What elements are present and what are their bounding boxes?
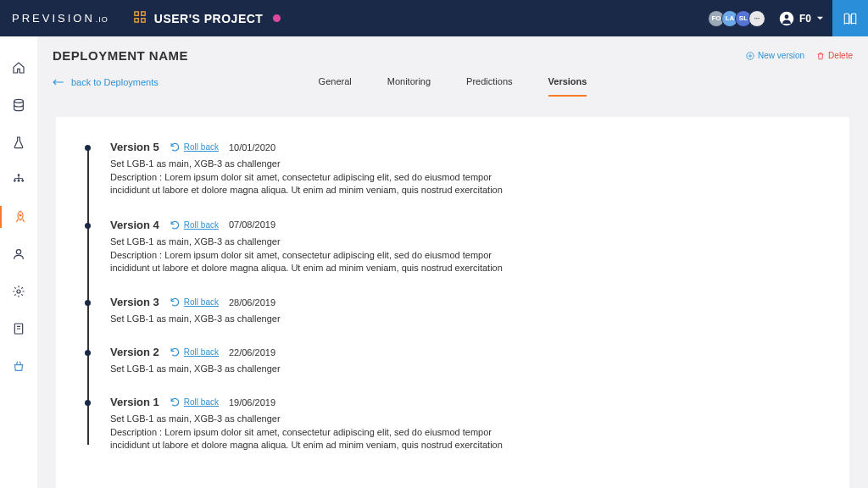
status-dot-icon xyxy=(273,14,281,22)
top-right: FOLASL··· F0 xyxy=(708,0,868,36)
rollback-button[interactable]: Roll back xyxy=(170,347,219,358)
top-nav: PREVISION.IO USER'S PROJECT FOLASL··· F0 xyxy=(0,0,868,36)
versions-card: Version 5Roll back10/01/2020Set LGB-1 as… xyxy=(56,117,849,488)
svg-point-9 xyxy=(18,180,20,182)
delete-button[interactable]: Delete xyxy=(816,51,853,60)
delete-label: Delete xyxy=(828,51,853,60)
tabs: GeneralMonitoringPredictionsVersions xyxy=(53,76,853,97)
version-item: Version 2Roll back22/06/2019Set LGB-1 as… xyxy=(85,346,827,374)
undo-icon xyxy=(170,219,181,230)
timeline-dot-icon xyxy=(85,350,91,356)
header-actions: New version Delete xyxy=(746,51,853,60)
version-header: Version 4Roll back07/08/2019 xyxy=(110,219,827,231)
tab-general[interactable]: General xyxy=(319,76,352,97)
brand-sub: .IO xyxy=(96,15,108,24)
sidebar-reports[interactable] xyxy=(0,318,37,340)
timeline-dot-icon xyxy=(85,400,91,406)
version-date: 28/06/2019 xyxy=(229,297,275,308)
timeline-dot-icon xyxy=(85,223,91,229)
project-selector[interactable]: USER'S PROJECT xyxy=(134,11,281,26)
rollback-button[interactable]: Roll back xyxy=(170,297,219,308)
version-summary: Set LGB-1 as main, XGB-3 as challenger xyxy=(110,236,827,247)
rollback-label: Roll back xyxy=(184,347,219,357)
main-content: DEPLOYMENT NAME New version Delete back … xyxy=(37,36,868,488)
sidebar-users[interactable] xyxy=(0,243,37,265)
timeline-dot-icon xyxy=(85,145,91,151)
help-button[interactable] xyxy=(832,0,868,36)
tab-versions[interactable]: Versions xyxy=(548,76,587,97)
version-date: 22/06/2019 xyxy=(229,347,275,358)
grid-icon xyxy=(134,11,146,26)
version-title: Version 2 xyxy=(110,346,159,358)
svg-point-10 xyxy=(21,180,24,182)
timeline: Version 5Roll back10/01/2020Set LGB-1 as… xyxy=(78,141,827,452)
version-description: Description : Lorem ipsum dolor sit amet… xyxy=(110,249,509,274)
tab-monitoring[interactable]: Monitoring xyxy=(387,76,431,97)
book-icon xyxy=(843,11,858,26)
tree-icon xyxy=(12,173,25,186)
collaborators[interactable]: FOLASL··· xyxy=(708,10,765,27)
version-summary: Set LGB-1 as main, XGB-3 as challenger xyxy=(110,313,827,324)
svg-rect-0 xyxy=(135,11,138,14)
arrow-left-icon xyxy=(53,78,64,86)
brand-main: PREVISION xyxy=(12,12,95,25)
trash-icon xyxy=(816,52,825,60)
book-icon xyxy=(12,322,25,336)
svg-point-7 xyxy=(18,174,20,176)
plus-circle-icon xyxy=(746,52,754,60)
undo-icon xyxy=(170,396,181,408)
version-header: Version 2Roll back22/06/2019 xyxy=(110,346,827,358)
rollback-label: Roll back xyxy=(184,297,219,307)
rocket-icon xyxy=(14,210,27,224)
avatar[interactable]: ··· xyxy=(748,10,765,27)
new-version-button[interactable]: New version xyxy=(746,51,804,60)
tab-predictions[interactable]: Predictions xyxy=(466,76,512,97)
chevron-down-icon xyxy=(816,14,824,22)
flask-icon xyxy=(12,136,25,149)
version-summary: Set LGB-1 as main, XGB-3 as challenger xyxy=(110,158,827,169)
version-description: Description : Lorem ipsum dolor sit amet… xyxy=(110,426,509,452)
svg-point-5 xyxy=(785,14,789,19)
user-icon xyxy=(779,11,794,26)
sidebar-deployments[interactable] xyxy=(0,206,36,228)
version-description: Description : Lorem ipsum dolor sit amet… xyxy=(110,171,509,197)
gear-icon xyxy=(12,285,25,298)
sidebar xyxy=(0,36,37,488)
version-item: Version 5Roll back10/01/2020Set LGB-1 as… xyxy=(85,141,827,197)
version-header: Version 3Roll back28/06/2019 xyxy=(110,296,827,308)
version-title: Version 3 xyxy=(110,296,159,308)
svg-point-12 xyxy=(16,250,20,254)
version-title: Version 5 xyxy=(110,141,159,153)
version-item: Version 1Roll back19/06/2019Set LGB-1 as… xyxy=(85,396,827,452)
user-icon xyxy=(12,247,25,261)
undo-icon xyxy=(170,141,181,152)
sidebar-home[interactable] xyxy=(0,57,37,79)
database-icon xyxy=(12,98,25,112)
svg-point-13 xyxy=(17,290,20,293)
user-label: F0 xyxy=(799,13,811,25)
user-menu[interactable]: F0 xyxy=(779,11,824,26)
undo-icon xyxy=(170,347,181,358)
svg-point-8 xyxy=(14,180,16,182)
back-link[interactable]: back to Deployments xyxy=(53,77,159,87)
svg-point-11 xyxy=(19,214,21,216)
sidebar-data[interactable] xyxy=(0,94,37,116)
sidebar-pipelines[interactable] xyxy=(0,169,37,191)
rollback-button[interactable]: Roll back xyxy=(170,396,219,408)
sidebar-experiments[interactable] xyxy=(0,131,37,153)
rollback-button[interactable]: Roll back xyxy=(170,219,219,230)
brand-logo[interactable]: PREVISION.IO xyxy=(12,12,108,25)
rollback-button[interactable]: Roll back xyxy=(170,141,219,152)
rollback-label: Roll back xyxy=(184,142,219,152)
timeline-dot-icon xyxy=(85,300,91,306)
basket-icon xyxy=(12,359,25,373)
version-item: Version 4Roll back07/08/2019Set LGB-1 as… xyxy=(85,219,827,274)
sidebar-settings[interactable] xyxy=(0,280,37,302)
version-header: Version 5Roll back10/01/2020 xyxy=(110,141,827,153)
version-date: 07/08/2019 xyxy=(229,219,275,230)
version-header: Version 1Roll back19/06/2019 xyxy=(110,396,827,408)
new-version-label: New version xyxy=(758,51,804,60)
version-item: Version 3Roll back28/06/2019Set LGB-1 as… xyxy=(85,296,827,324)
sidebar-store[interactable] xyxy=(0,355,37,377)
svg-point-6 xyxy=(14,99,24,103)
